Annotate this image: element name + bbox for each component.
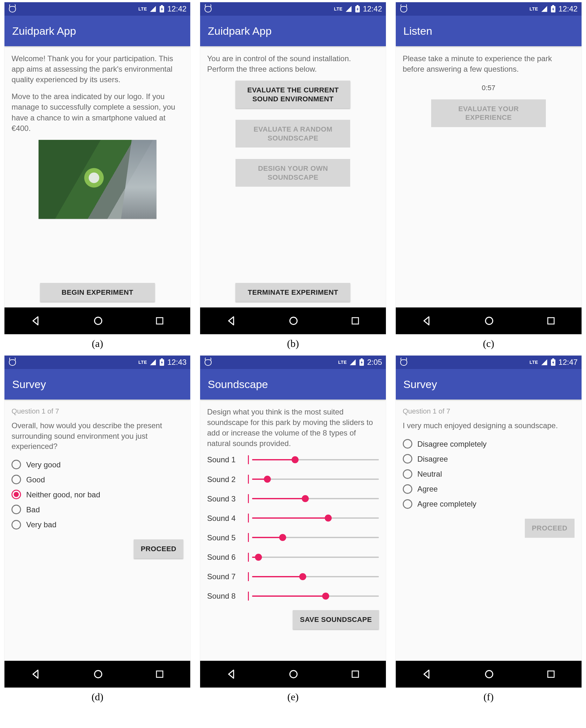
phone-screen-b: LTE 12:42 Zuidpark App You are in contro… bbox=[200, 2, 386, 335]
nav-recent-icon[interactable] bbox=[351, 316, 360, 326]
signal-icon bbox=[149, 5, 156, 12]
app-title: Soundscape bbox=[208, 378, 268, 391]
evaluate-current-button[interactable]: EVALUATE THE CURRENT SOUND ENVIRONMENT bbox=[235, 81, 350, 108]
nav-back-icon[interactable] bbox=[421, 669, 432, 680]
svg-point-10 bbox=[486, 317, 493, 324]
signal-icon bbox=[541, 5, 548, 12]
terminate-experiment-button[interactable]: TERMINATE EXPERIMENT bbox=[235, 283, 350, 302]
battery-charging-icon bbox=[355, 5, 360, 13]
radio-label: Good bbox=[26, 474, 45, 485]
survey-d-option-3[interactable]: Bad bbox=[11, 504, 183, 515]
radio-label: Disagree completely bbox=[417, 439, 487, 449]
slider-label: Sound 7 bbox=[207, 571, 242, 582]
nav-back-icon[interactable] bbox=[421, 315, 432, 326]
slider-track-5[interactable] bbox=[252, 556, 379, 558]
slider-track-2[interactable] bbox=[252, 498, 379, 499]
slider-min-tick bbox=[248, 592, 249, 601]
svg-rect-5 bbox=[357, 5, 358, 6]
radio-icon bbox=[11, 460, 21, 469]
proceed-button[interactable]: PROCEED bbox=[134, 539, 183, 558]
slider-thumb-icon[interactable] bbox=[322, 593, 329, 600]
survey-f-option-1[interactable]: Disagree bbox=[403, 454, 575, 464]
question-text: Overall, how would you describe the pres… bbox=[11, 420, 183, 451]
android-status-bar: LTE 12:47 bbox=[396, 356, 582, 369]
slider-row-0: Sound 1 bbox=[207, 454, 379, 465]
signal-icon bbox=[541, 359, 548, 366]
signal-icon bbox=[149, 359, 156, 366]
nav-home-icon[interactable] bbox=[93, 669, 104, 680]
nav-recent-icon[interactable] bbox=[155, 669, 164, 679]
nav-recent-icon[interactable] bbox=[546, 316, 556, 326]
slider-thumb-icon[interactable] bbox=[325, 515, 332, 522]
slider-track-6[interactable] bbox=[252, 576, 379, 577]
slider-row-6: Sound 7 bbox=[207, 571, 379, 582]
network-type: LTE bbox=[530, 360, 538, 365]
slider-track-1[interactable] bbox=[252, 478, 379, 480]
nav-recent-icon[interactable] bbox=[351, 669, 360, 679]
signal-icon bbox=[345, 5, 352, 12]
survey-d-option-0[interactable]: Very good bbox=[11, 460, 183, 470]
slider-thumb-icon[interactable] bbox=[299, 573, 306, 580]
save-soundscape-button[interactable]: SAVE SOUNDSCAPE bbox=[293, 610, 379, 629]
svg-rect-21 bbox=[552, 358, 554, 360]
nav-back-icon[interactable] bbox=[226, 669, 237, 680]
question-counter: Question 1 of 7 bbox=[11, 407, 183, 416]
slider-min-tick bbox=[248, 514, 249, 522]
radio-icon bbox=[403, 499, 412, 509]
proceed-button[interactable]: PROCEED bbox=[525, 519, 575, 538]
survey-f-option-0[interactable]: Disagree completely bbox=[403, 439, 575, 449]
evaluate-experience-button[interactable]: EVALUATE YOUR EXPERIENCE bbox=[431, 99, 546, 127]
app-bar: Listen bbox=[396, 16, 582, 46]
nav-home-icon[interactable] bbox=[288, 669, 299, 680]
svg-rect-7 bbox=[352, 318, 358, 324]
survey-f-option-4[interactable]: Agree completely bbox=[403, 499, 575, 509]
slider-thumb-icon[interactable] bbox=[279, 534, 286, 541]
debug-icon bbox=[400, 359, 408, 366]
slider-track-4[interactable] bbox=[252, 537, 379, 538]
slider-track-3[interactable] bbox=[252, 517, 379, 519]
svg-rect-9 bbox=[552, 5, 554, 6]
svg-point-18 bbox=[290, 671, 297, 678]
slider-thumb-icon[interactable] bbox=[302, 495, 309, 502]
slider-thumb-icon[interactable] bbox=[264, 476, 271, 483]
nav-back-icon[interactable] bbox=[226, 315, 237, 326]
nav-back-icon[interactable] bbox=[30, 315, 41, 326]
design-own-button[interactable]: DESIGN YOUR OWN SOUNDSCAPE bbox=[235, 159, 350, 187]
slider-track-7[interactable] bbox=[252, 595, 379, 597]
app-bar: Soundscape bbox=[200, 369, 386, 399]
nav-home-icon[interactable] bbox=[288, 315, 299, 326]
android-status-bar: LTE 12:42 bbox=[396, 2, 582, 16]
nav-home-icon[interactable] bbox=[484, 315, 494, 326]
survey-d-option-2[interactable]: Neither good, nor bad bbox=[11, 489, 183, 500]
survey-d-option-1[interactable]: Good bbox=[11, 474, 183, 485]
begin-experiment-button[interactable]: BEGIN EXPERIMENT bbox=[40, 283, 155, 302]
android-nav-bar bbox=[4, 308, 190, 334]
clock: 12:42 bbox=[167, 4, 186, 14]
svg-rect-11 bbox=[548, 318, 554, 324]
svg-rect-1 bbox=[161, 5, 163, 6]
clock: 12:42 bbox=[559, 4, 578, 14]
android-status-bar: LTE 2:05 bbox=[200, 356, 386, 369]
slider-thumb-icon[interactable] bbox=[255, 554, 262, 561]
countdown-timer: 0:57 bbox=[403, 83, 575, 93]
evaluate-random-button[interactable]: EVALUATE A RANDOM SOUNDSCAPE bbox=[235, 120, 350, 148]
subfigure-caption: (e) bbox=[287, 691, 299, 703]
slider-label: Sound 5 bbox=[207, 532, 242, 543]
debug-icon bbox=[400, 5, 408, 12]
survey-f-option-2[interactable]: Neutral bbox=[403, 469, 575, 479]
clock: 12:47 bbox=[559, 358, 578, 367]
nav-recent-icon[interactable] bbox=[546, 669, 556, 679]
nav-recent-icon[interactable] bbox=[155, 316, 164, 326]
slider-track-0[interactable] bbox=[252, 459, 379, 460]
nav-home-icon[interactable] bbox=[484, 669, 494, 680]
nav-home-icon[interactable] bbox=[93, 315, 104, 326]
debug-icon bbox=[8, 359, 17, 366]
slider-thumb-icon[interactable] bbox=[291, 456, 299, 463]
survey-f-option-3[interactable]: Agree bbox=[403, 484, 575, 494]
survey-d-option-4[interactable]: Very bad bbox=[11, 519, 183, 530]
app-title: Zuidpark App bbox=[208, 25, 272, 37]
debug-icon bbox=[8, 5, 17, 12]
nav-back-icon[interactable] bbox=[30, 669, 41, 680]
slider-label: Sound 1 bbox=[207, 454, 242, 465]
svg-rect-15 bbox=[156, 671, 163, 677]
